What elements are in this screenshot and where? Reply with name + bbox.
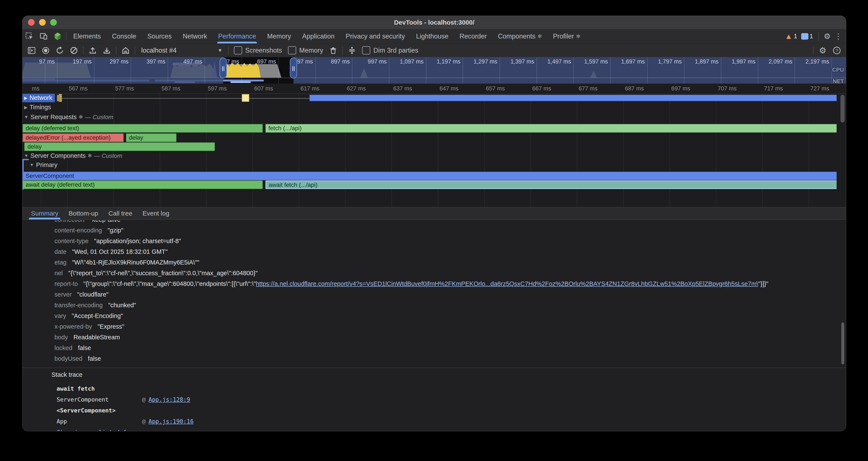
network-request-bar[interactable] [242, 94, 249, 102]
selected-group-indicator [23, 159, 29, 160]
property-key: server [55, 291, 72, 298]
ruler-tick-label: 667 ms [532, 85, 551, 92]
report-to-link[interactable]: https://a.nel.cloudflare.com/report/v4?s… [256, 280, 758, 287]
overview-tick-label: 997 ms [368, 58, 387, 65]
property-row: report-to"{\"group\":\"cf-nel\",\"max_ag… [23, 279, 846, 289]
stack-frame-function: App [57, 418, 142, 425]
help-icon[interactable]: ? [831, 44, 843, 57]
stack-frame-link[interactable]: App.js:190:16 [149, 418, 193, 425]
flame-event-label: delay [129, 134, 143, 141]
overview-tick-label: 2,197 ms [805, 58, 829, 65]
tab-performance[interactable]: Performance [213, 29, 261, 44]
stack-frame-function: <ServerComponent> [57, 407, 142, 414]
tab-network[interactable]: Network [177, 29, 213, 44]
flame-event-label: await delay (deferred text) [26, 181, 95, 188]
download-profile-icon[interactable] [101, 44, 113, 57]
tab-label: Network [183, 32, 207, 40]
upload-profile-icon[interactable] [87, 44, 99, 57]
memory-checkbox[interactable]: Memory [286, 46, 325, 55]
stack-frame-link[interactable]: App.js:128:9 [149, 396, 190, 403]
track-server-requests[interactable]: ▼Server Requests✻— Custom [24, 114, 113, 121]
window-title: DevTools - localhost:3000/ [23, 16, 846, 29]
tab-components[interactable]: Components✻ [492, 29, 548, 44]
tab-recorder[interactable]: Recorder [454, 29, 493, 44]
overview-tick-label: 397 ms [147, 58, 165, 65]
ruler-tick-label: 677 ms [579, 85, 598, 92]
flame-event-bar[interactable]: await fetch (.../api) [266, 180, 837, 189]
track-label: Server Requests [31, 114, 77, 121]
divider [116, 47, 116, 55]
stack-frame: <ServerComponent> [57, 405, 194, 416]
show-ignore-listed-link[interactable]: Show ignore-listed frames [57, 429, 143, 431]
dim-3rd-parties-checkbox[interactable]: Dim 3rd parties [360, 46, 420, 55]
capture-settings-gear-icon[interactable]: ⚙ [816, 44, 829, 57]
details-scrollbar[interactable] [841, 322, 844, 364]
track-timings[interactable]: ▶Timings [24, 104, 51, 111]
ruler-tick-label: 587 ms [161, 85, 181, 92]
property-key: date [55, 248, 66, 255]
property-row: lockedfalse [23, 343, 846, 353]
screenshots-checkbox[interactable]: Screenshots [232, 46, 284, 55]
selection-handle-right[interactable] [290, 58, 297, 79]
collect-garbage-icon[interactable] [327, 44, 339, 57]
collapse-arrow-icon: ▶ [24, 95, 27, 100]
divider [342, 47, 343, 55]
history-select[interactable]: localhost #4▼ [138, 47, 225, 54]
tab-memory[interactable]: Memory [261, 29, 297, 44]
tab-lighthouse[interactable]: Lighthouse [410, 29, 454, 44]
ruler-tick-label: ms [32, 85, 39, 92]
warnings-badge[interactable]: ▲1 [785, 32, 797, 40]
tab-event-log[interactable]: Event log [137, 207, 174, 220]
tab-console[interactable]: Console [106, 29, 142, 44]
record-icon[interactable] [39, 44, 52, 57]
overview-tick-label: 897 ms [331, 58, 350, 65]
flame-chart[interactable]: ms567 ms577 ms587 ms597 ms607 ms617 ms62… [23, 84, 846, 207]
track-drag-handle[interactable] [57, 95, 60, 102]
track-primary-group[interactable]: ▼Primary [30, 162, 58, 169]
home-icon[interactable] [119, 44, 132, 57]
flame-event-bar[interactable]: delay (deferred text) [23, 124, 263, 133]
stack-frame: ServerComponent@App.js:128:9 [57, 394, 194, 405]
network-request-bar[interactable] [309, 95, 837, 101]
property-key: report-to [55, 280, 78, 287]
throttling-icon[interactable] [346, 44, 358, 57]
clear-icon[interactable] [68, 44, 80, 57]
tab-label: Elements [73, 32, 101, 40]
device-toolbar-icon[interactable] [36, 29, 51, 44]
timeline-overview[interactable]: 97 ms197 ms297 ms397 ms497 ms597 ms697 m… [23, 57, 846, 84]
reload-record-icon[interactable] [54, 44, 66, 57]
flame-event-bar[interactable]: delayedError (...ayed exception) [23, 134, 124, 142]
tab-call-tree[interactable]: Call tree [103, 207, 137, 220]
tab-application[interactable]: Application [297, 29, 340, 44]
selection-handle-left[interactable] [220, 58, 227, 79]
track-server-components[interactable]: ▼Server Components✻— Custom [24, 152, 122, 159]
track-network[interactable]: ▶Network [23, 94, 60, 102]
issues-badge[interactable]: 1 [801, 33, 813, 40]
flame-event-bar[interactable]: ServerComponent [23, 172, 837, 180]
flame-event-bar[interactable]: fetch (.../api) [266, 124, 837, 133]
tab-summary[interactable]: Summary [26, 207, 63, 220]
ruler-tick-label: 597 ms [208, 85, 227, 92]
settings-gear-icon[interactable]: ⚙ [824, 32, 831, 41]
flame-event-bar[interactable]: await delay (deferred text) [23, 180, 263, 189]
inspect-element-icon[interactable] [23, 29, 36, 44]
cpu-net-divider [23, 78, 846, 78]
tab-bottom-up[interactable]: Bottom-up [63, 207, 103, 220]
toggle-sidebar-icon[interactable] [25, 44, 38, 57]
tab-profiler[interactable]: Profiler✻ [548, 29, 586, 44]
tab-elements[interactable]: Elements [68, 29, 106, 44]
property-key: etag [55, 259, 66, 266]
expand-arrow-icon: ▼ [24, 115, 28, 119]
property-value: "W/\"4b1-RjEJloX9kRinu6F0MAZMmy6E5iA\"" [72, 259, 199, 266]
kebab-menu-icon[interactable]: ⋮ [834, 32, 842, 41]
flame-event-bar[interactable]: delay [126, 134, 177, 142]
property-row: bodyUsedfalse [23, 353, 846, 364]
property-key: locked [55, 344, 72, 351]
tab-sources[interactable]: Sources [142, 29, 177, 44]
flame-event-bar[interactable]: delay [24, 142, 215, 151]
tab-label: Profiler [553, 32, 574, 40]
flame-scrollbar[interactable] [840, 95, 845, 122]
tab-privacy-and-security[interactable]: Privacy and security [340, 29, 410, 44]
tab-label: Performance [218, 32, 256, 40]
flame-event-label: ServerComponent [26, 173, 74, 179]
